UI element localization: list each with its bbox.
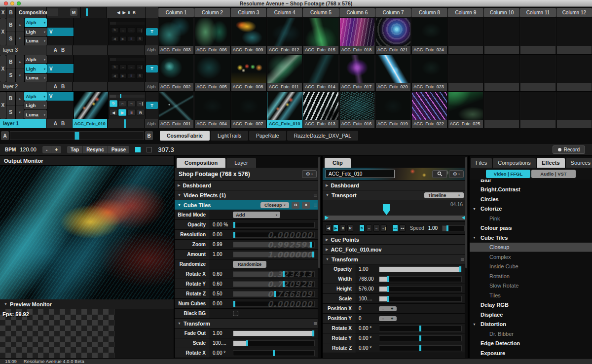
slider-handle[interactable] <box>459 266 461 272</box>
clip-cell[interactable]: ACC_Fotc_012 <box>267 18 302 54</box>
layer-solo-button[interactable]: S <box>6 32 15 45</box>
browser-tab[interactable]: Files <box>471 158 492 168</box>
pingpong-icon[interactable]: ↔ <box>119 27 127 33</box>
play-hold-icon[interactable]: →| <box>137 100 145 107</box>
param-value[interactable]: 0.00 ° <box>210 350 233 356</box>
clip-cell[interactable]: ACC_Fotc_009 <box>231 18 266 54</box>
clip-cell[interactable] <box>520 55 555 91</box>
column-trigger-button[interactable]: Column 2 <box>194 8 230 17</box>
video-effects-section-header[interactable]: ▼ Video Effects (1) ≡ <box>175 190 321 200</box>
column-trigger-button[interactable]: Column 12 <box>556 8 592 17</box>
param-slider[interactable]: 0.992591 <box>233 242 315 248</box>
slider-handle[interactable] <box>419 326 421 331</box>
deck-tab[interactable]: CosmosFabric <box>160 131 210 141</box>
clip-cell[interactable] <box>484 18 519 54</box>
clip-cell[interactable] <box>448 55 483 91</box>
triangle-down-icon[interactable]: ▼ <box>473 236 476 239</box>
slider-handle[interactable] <box>274 291 276 297</box>
beat-snap-off-icon[interactable]: ⊶ <box>400 224 406 232</box>
param-value[interactable]: 1.00 <box>210 252 233 257</box>
layer-name[interactable]: layer 2 <box>0 82 46 91</box>
clip-cell[interactable] <box>556 92 592 128</box>
param-slider[interactable] <box>379 345 462 351</box>
crossfader-a-assign[interactable]: A <box>54 84 57 89</box>
stepper-plus[interactable]: + <box>387 306 397 311</box>
effect-list-item[interactable]: Displace <box>470 310 592 320</box>
play-hold-icon[interactable]: →| <box>381 224 387 232</box>
transition-time-button[interactable]: T <box>146 65 158 73</box>
blend-mode-light[interactable]: Ligh▾ <box>24 101 46 110</box>
resync-icon[interactable]: R <box>347 224 353 232</box>
param-value[interactable]: 0.00 % <box>210 222 233 227</box>
clip-cell[interactable] <box>556 55 592 91</box>
column-trigger-button[interactable]: Column 3 <box>231 8 266 17</box>
layer-transition-blend[interactable]: Alph <box>145 45 158 55</box>
crossfader-b-button[interactable]: B <box>145 131 153 140</box>
slider-handle[interactable] <box>312 252 314 257</box>
play-once-icon[interactable]: → <box>373 224 379 232</box>
param-slider[interactable]: 0.000000 <box>233 232 315 238</box>
pause-icon[interactable]: II <box>128 36 135 42</box>
menu-icon[interactable]: ≡ <box>313 191 317 199</box>
play-backward-icon[interactable]: ◀ <box>111 36 118 42</box>
clip-cell[interactable] <box>484 92 519 128</box>
clip-cell[interactable]: ACC_Fotc_013 <box>303 92 338 128</box>
clip-cell[interactable]: ACC_Fotc_020 <box>375 55 411 91</box>
transport-mode-dropdown[interactable]: Timeline ▾ <box>424 192 464 198</box>
clip-cell[interactable]: ACC_Fotc_007 <box>231 92 266 128</box>
pause-icon[interactable]: II <box>128 10 130 15</box>
pause-icon[interactable]: II <box>340 224 346 232</box>
clip-cell[interactable]: ACC_Fotc_003 <box>158 18 194 54</box>
scrollbar[interactable] <box>465 156 468 358</box>
slider-handle[interactable] <box>233 222 235 228</box>
layer-bypass-button[interactable]: B <box>6 92 15 105</box>
slider-handle[interactable] <box>310 242 312 248</box>
play-backward-icon[interactable]: ◀ <box>111 73 118 79</box>
param-value[interactable]: 0.00 ° <box>356 335 379 341</box>
clip-cell[interactable]: ACC_Fotc_011 <box>267 55 302 91</box>
column-trigger-button[interactable]: Column 8 <box>411 8 447 17</box>
blend-mode-alpha[interactable]: Alph▾ <box>25 55 47 64</box>
layer-bypass-button[interactable]: B <box>6 55 15 69</box>
param-slider[interactable] <box>379 286 462 292</box>
record-button[interactable]: Record <box>553 146 585 154</box>
video-fader[interactable]: V <box>47 64 74 73</box>
speed-slider[interactable] <box>442 225 465 231</box>
param-value[interactable]: 0.00 ° <box>356 345 379 351</box>
param-slider[interactable]: 0.000000 <box>233 301 315 307</box>
speed-value[interactable]: 1.00 <box>428 225 438 231</box>
layer-up-icon[interactable]: ▲ <box>16 92 24 105</box>
slider-handle[interactable] <box>419 335 421 341</box>
clip-cell[interactable]: ACC_Fotc_001 <box>158 92 194 128</box>
param-slider[interactable]: 0.720928 <box>233 281 315 287</box>
clip-settings-button[interactable]: ⚙ ▾ <box>449 170 464 178</box>
layer-clear-button[interactable]: X <box>0 55 6 82</box>
layer-transition-blend[interactable]: Alph <box>145 119 158 128</box>
layer-active-clip[interactable]: ACC_Fotc_010 <box>73 119 107 128</box>
resync-icon[interactable]: R <box>137 109 145 116</box>
param-slider[interactable] <box>379 276 462 282</box>
transition-time-button[interactable]: T <box>146 102 158 109</box>
panel-tab[interactable]: Layer <box>226 158 256 168</box>
param-dropdown[interactable]: Add ▾ <box>233 212 280 218</box>
effect-list-item[interactable]: Complex <box>470 252 592 262</box>
deck-tab[interactable]: RazzleDazzle_DXV_PAL <box>287 131 359 141</box>
effect-list-item[interactable]: ▼ Cube Tiles <box>470 233 592 243</box>
clip-cell[interactable] <box>448 18 483 54</box>
effect-list-item[interactable]: Closeup <box>470 243 592 253</box>
param-value[interactable]: 0.00 <box>210 232 233 237</box>
beat-snap-icon[interactable]: ⊷ <box>392 224 398 232</box>
slider-handle[interactable] <box>273 350 275 356</box>
clip-cell[interactable]: ACC_Fotc_018 <box>339 18 375 54</box>
clip-cell[interactable] <box>520 92 555 128</box>
blend-mode-light[interactable]: Ligh▾ <box>25 28 47 36</box>
effect-list-item[interactable]: Rotation <box>470 271 592 281</box>
column-trigger-button[interactable]: Column 7 <box>375 8 411 17</box>
timeline[interactable]: 04.16 <box>323 200 468 222</box>
layer-bypass-button[interactable]: B <box>6 18 15 32</box>
param-slider[interactable] <box>379 335 462 341</box>
layer-transition-blend[interactable]: Alph <box>145 82 158 91</box>
slider-handle[interactable] <box>246 340 248 346</box>
layer-up-icon[interactable]: ▲ <box>16 18 24 32</box>
pingpong-icon[interactable]: ↔ <box>118 100 126 107</box>
